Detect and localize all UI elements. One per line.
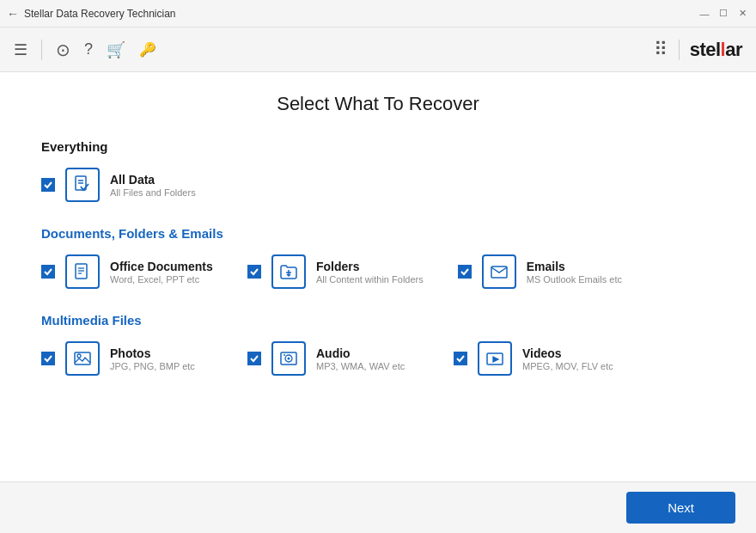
- check-icon: [44, 267, 52, 276]
- back-icon: ←: [7, 7, 19, 21]
- option-emails: Emails MS Outlook Emails etc: [458, 254, 630, 289]
- svg-marker-17: [493, 357, 498, 362]
- check-icon: [456, 354, 465, 363]
- option-all-data: All Data All Files and Folders: [41, 168, 213, 202]
- folders-icon-box: [271, 254, 306, 289]
- emails-text: Emails MS Outlook Emails etc: [527, 260, 622, 285]
- check-icon: [44, 181, 52, 189]
- office-docs-icon-box: [65, 254, 100, 289]
- check-icon: [250, 267, 259, 276]
- restore-button[interactable]: ☐: [716, 7, 730, 21]
- audio-icon-box: [271, 341, 306, 376]
- all-data-icon: [72, 175, 93, 195]
- emails-sublabel: MS Outlook Emails etc: [527, 274, 622, 285]
- close-button[interactable]: ✕: [735, 7, 749, 21]
- videos-text: Videos MPEG, MOV, FLV etc: [522, 346, 613, 371]
- checkbox-folders[interactable]: [247, 265, 261, 279]
- grid-icon[interactable]: ⠿: [654, 39, 668, 61]
- folders-icon: [278, 261, 299, 282]
- next-button[interactable]: Next: [626, 492, 735, 524]
- folders-sublabel: All Content within Folders: [316, 274, 424, 285]
- check-icon: [44, 354, 52, 363]
- audio-sublabel: MP3, WMA, WAV etc: [316, 361, 405, 371]
- main-content: Select What To Recover Everything: [0, 72, 756, 481]
- checkbox-office-wrap: [41, 265, 55, 279]
- photos-icon-box: [65, 341, 100, 376]
- videos-label: Videos: [522, 346, 613, 360]
- photos-text: Photos JPG, PNG, BMP etc: [110, 346, 195, 371]
- footer: Next: [0, 481, 756, 533]
- checkbox-videos-wrap: [454, 352, 467, 365]
- check-icon: [250, 354, 259, 363]
- section-title-documents: Documents, Folders & Emails: [41, 226, 715, 241]
- minimize-button[interactable]: —: [698, 7, 711, 21]
- cart-icon[interactable]: 🛒: [107, 40, 125, 59]
- title-bar-left: ← Stellar Data Recovery Technician: [7, 7, 176, 21]
- checkbox-emails-wrap: [458, 265, 472, 279]
- key-icon[interactable]: 🔑: [139, 41, 156, 58]
- svg-rect-10: [75, 352, 90, 365]
- checkbox-all-data-wrap: [41, 178, 55, 192]
- checkbox-photos-wrap: [41, 352, 55, 365]
- audio-icon: [278, 348, 299, 369]
- all-data-sublabel: All Files and Folders: [110, 187, 196, 198]
- page-title: Select What To Recover: [41, 93, 715, 115]
- options-grid-everything: All Data All Files and Folders: [41, 168, 715, 202]
- options-grid-multimedia: Photos JPG, PNG, BMP etc: [41, 341, 715, 376]
- videos-icon: [485, 348, 505, 369]
- photos-icon: [72, 348, 93, 369]
- title-bar: ← Stellar Data Recovery Technician — ☐ ✕: [0, 0, 756, 28]
- option-folders: Folders All Content within Folders: [247, 254, 424, 289]
- office-docs-sublabel: Word, Excel, PPT etc: [110, 274, 213, 285]
- section-everything: Everything: [41, 139, 715, 202]
- toolbar: ☰ ⊙ ? 🛒 🔑 ⠿ stellar: [0, 28, 756, 72]
- checkbox-all-data[interactable]: [41, 178, 55, 192]
- svg-point-11: [77, 354, 81, 358]
- option-office-docs: Office Documents Word, Excel, PPT etc: [41, 254, 213, 289]
- emails-icon: [489, 261, 509, 282]
- emails-label: Emails: [527, 260, 622, 273]
- checkbox-audio-wrap: [247, 352, 261, 365]
- logo-divider: [679, 40, 680, 60]
- section-multimedia: Multimedia Files: [41, 313, 715, 376]
- window-controls: — ☐ ✕: [698, 7, 749, 21]
- folders-label: Folders: [316, 260, 424, 273]
- svg-point-14: [288, 358, 290, 360]
- app-title: Stellar Data Recovery Technician: [24, 8, 176, 20]
- option-photos: Photos JPG, PNG, BMP etc: [41, 341, 213, 376]
- all-data-text: All Data All Files and Folders: [110, 173, 196, 198]
- checkbox-audio[interactable]: [247, 352, 261, 365]
- section-title-multimedia: Multimedia Files: [41, 313, 715, 328]
- checkbox-folders-wrap: [247, 265, 261, 279]
- menu-icon[interactable]: ☰: [14, 40, 27, 59]
- videos-icon-box: [478, 341, 512, 376]
- checkbox-emails[interactable]: [458, 265, 472, 279]
- checkbox-videos[interactable]: [454, 352, 467, 365]
- option-audio: Audio MP3, WMA, WAV etc: [247, 341, 419, 376]
- office-docs-icon: [72, 261, 93, 282]
- photos-label: Photos: [110, 346, 195, 360]
- toolbar-right: ⠿ stellar: [654, 39, 742, 61]
- options-grid-documents: Office Documents Word, Excel, PPT etc: [41, 254, 715, 289]
- option-videos: Videos MPEG, MOV, FLV etc: [454, 341, 625, 376]
- photos-sublabel: JPG, PNG, BMP etc: [110, 361, 195, 371]
- section-title-everything: Everything: [41, 139, 715, 154]
- all-data-label: All Data: [110, 173, 196, 187]
- emails-icon-box: [482, 254, 516, 289]
- section-documents: Documents, Folders & Emails: [41, 226, 715, 289]
- office-docs-text: Office Documents Word, Excel, PPT etc: [110, 260, 213, 285]
- office-docs-label: Office Documents: [110, 260, 213, 273]
- videos-sublabel: MPEG, MOV, FLV etc: [522, 361, 613, 371]
- checkbox-photos[interactable]: [41, 352, 55, 365]
- toolbar-divider: [41, 40, 42, 60]
- audio-text: Audio MP3, WMA, WAV etc: [316, 346, 405, 371]
- check-icon: [460, 267, 469, 276]
- folders-text: Folders All Content within Folders: [316, 260, 424, 285]
- audio-label: Audio: [316, 346, 405, 360]
- help-icon[interactable]: ?: [84, 40, 93, 58]
- history-icon[interactable]: ⊙: [56, 40, 70, 60]
- stellar-logo: stellar: [690, 39, 742, 61]
- checkbox-office[interactable]: [41, 265, 55, 279]
- all-data-icon-box: [65, 168, 100, 202]
- toolbar-left: ☰ ⊙ ? 🛒 🔑: [14, 40, 156, 60]
